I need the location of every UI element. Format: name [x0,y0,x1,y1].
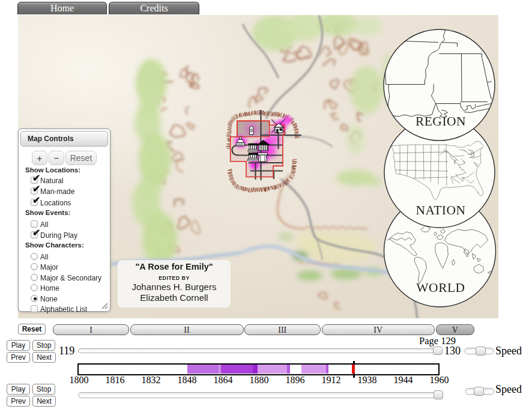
svg-text:WORLD: WORLD [416,280,465,295]
svg-text:NATION: NATION [416,203,465,217]
svg-text:REGION: REGION [416,114,466,129]
